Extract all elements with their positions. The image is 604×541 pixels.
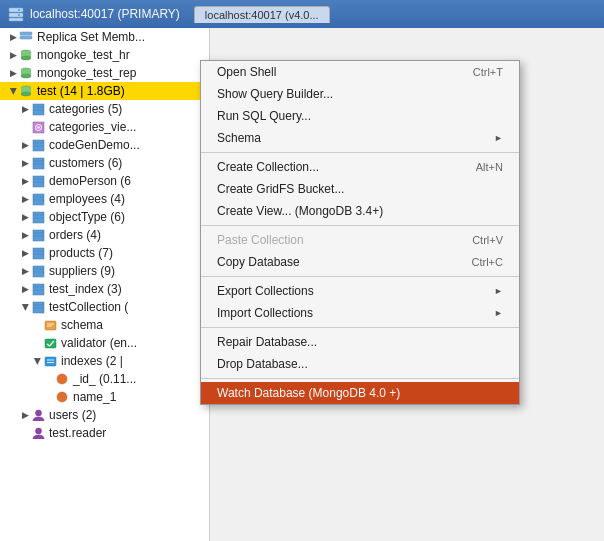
menu-item-show-query-builder[interactable]: Show Query Builder... bbox=[201, 83, 519, 105]
menu-item-export-collections[interactable]: Export Collections ► bbox=[201, 280, 519, 302]
menu-item-schema[interactable]: Schema ► bbox=[201, 127, 519, 149]
menu-item-create-view[interactable]: Create View... (MongoDB 3.4+) bbox=[201, 200, 519, 222]
expand-arrow-testCollection bbox=[20, 302, 30, 312]
mongoke-hr-label: mongoke_test_hr bbox=[37, 48, 130, 62]
svg-rect-37 bbox=[33, 230, 44, 241]
tree-item-objectType[interactable]: objectType (6) bbox=[0, 208, 209, 226]
svg-rect-49 bbox=[33, 302, 44, 313]
test-reader-label: test.reader bbox=[49, 426, 106, 440]
users-label: users (2) bbox=[49, 408, 96, 422]
menu-sep-2 bbox=[201, 225, 519, 226]
svg-rect-6 bbox=[20, 36, 32, 39]
create-collection-shortcut: Alt+N bbox=[476, 161, 503, 173]
collection-icon-customers bbox=[30, 155, 46, 171]
svg-rect-16 bbox=[33, 104, 44, 115]
menu-item-import-collections[interactable]: Import Collections ► bbox=[201, 302, 519, 324]
expand-arrow-test-index bbox=[20, 284, 30, 294]
tree-item-test[interactable]: test (14 | 1.8GB) bbox=[0, 82, 209, 100]
test-index-label: test_index (3) bbox=[49, 282, 122, 296]
schema-label: schema bbox=[61, 318, 103, 332]
mongoke-rep-label: mongoke_test_rep bbox=[37, 66, 136, 80]
tree-item-test-reader[interactable]: test.reader bbox=[0, 424, 209, 442]
tree-item-validator[interactable]: validator (en... bbox=[0, 334, 209, 352]
expand-arrow-suppliers bbox=[20, 266, 30, 276]
codegen-label: codeGenDemo... bbox=[49, 138, 140, 152]
import-submenu-arrow: ► bbox=[494, 308, 503, 318]
collection-icon-test-index bbox=[30, 281, 46, 297]
menu-item-create-collection[interactable]: Create Collection... Alt+N bbox=[201, 156, 519, 178]
collection-icon-objectType bbox=[30, 209, 46, 225]
schema-submenu-arrow: ► bbox=[494, 133, 503, 143]
tree-item-codeGenDemo[interactable]: codeGenDemo... bbox=[0, 136, 209, 154]
user-icon-reader bbox=[30, 425, 46, 441]
menu-item-watch-database[interactable]: Watch Database (MongoDB 4.0 +) bbox=[201, 382, 519, 404]
menu-item-repair-database[interactable]: Repair Database... bbox=[201, 331, 519, 353]
tree-item-indexes[interactable]: indexes (2 | bbox=[0, 352, 209, 370]
categories-view-label: categories_vie... bbox=[49, 120, 136, 134]
tree-item-categories[interactable]: categories (5) bbox=[0, 100, 209, 118]
tree-item-testCollection[interactable]: testCollection ( bbox=[0, 298, 209, 316]
svg-rect-40 bbox=[33, 248, 44, 259]
expand-arrow-replica bbox=[8, 32, 18, 42]
svg-point-61 bbox=[35, 410, 41, 416]
svg-point-62 bbox=[35, 428, 41, 434]
title-bar-text: localhost:40017 (PRIMARY) bbox=[30, 7, 180, 21]
expand-arrow-users bbox=[20, 410, 30, 420]
tree-item-categories-view[interactable]: categories_vie... bbox=[0, 118, 209, 136]
validator-label: validator (en... bbox=[61, 336, 137, 350]
tree-item-test-index[interactable]: test_index (3) bbox=[0, 280, 209, 298]
expand-arrow-test bbox=[8, 86, 18, 96]
indexes-icon bbox=[42, 353, 58, 369]
spacer-id bbox=[44, 374, 54, 384]
show-query-builder-label: Show Query Builder... bbox=[217, 87, 333, 101]
menu-item-drop-database[interactable]: Drop Database... bbox=[201, 353, 519, 375]
tree-item-id-index[interactable]: _id_ (0.11... bbox=[0, 370, 209, 388]
tree-item-mongoke-hr[interactable]: mongoke_test_hr bbox=[0, 46, 209, 64]
menu-item-create-gridfs[interactable]: Create GridFS Bucket... bbox=[201, 178, 519, 200]
expand-arrow-demoPerson bbox=[20, 176, 30, 186]
svg-rect-52 bbox=[45, 321, 56, 330]
tree-item-suppliers[interactable]: suppliers (9) bbox=[0, 262, 209, 280]
menu-item-paste-collection[interactable]: Paste Collection Ctrl+V bbox=[201, 229, 519, 251]
open-shell-label: Open Shell bbox=[217, 65, 276, 79]
products-label: products (7) bbox=[49, 246, 113, 260]
expand-arrow-products bbox=[20, 248, 30, 258]
tree-item-users[interactable]: users (2) bbox=[0, 406, 209, 424]
tree-item-demoPerson[interactable]: demoPerson (6 bbox=[0, 172, 209, 190]
svg-point-59 bbox=[57, 374, 67, 384]
tree-item-employees[interactable]: employees (4) bbox=[0, 190, 209, 208]
context-menu: Open Shell Ctrl+T Show Query Builder... … bbox=[200, 60, 520, 405]
menu-item-run-sql-query[interactable]: Run SQL Query... bbox=[201, 105, 519, 127]
menu-sep-4 bbox=[201, 327, 519, 328]
menu-item-copy-database[interactable]: Copy Database Ctrl+C bbox=[201, 251, 519, 273]
tree-item-name-index[interactable]: name_1 bbox=[0, 388, 209, 406]
demoPerson-label: demoPerson (6 bbox=[49, 174, 131, 188]
db-icon-mongoke-rep bbox=[18, 65, 34, 81]
spacer-name1 bbox=[44, 392, 54, 402]
title-tab[interactable]: localhost:40017 (v4.0... bbox=[194, 6, 330, 23]
collection-icon-codegen bbox=[30, 137, 46, 153]
paste-collection-label: Paste Collection bbox=[217, 233, 304, 247]
tree-item-schema[interactable]: schema bbox=[0, 316, 209, 334]
db-icon-test bbox=[18, 83, 34, 99]
menu-item-open-shell[interactable]: Open Shell Ctrl+T bbox=[201, 61, 519, 83]
tree-item-customers[interactable]: customers (6) bbox=[0, 154, 209, 172]
menu-sep-1 bbox=[201, 152, 519, 153]
expand-arrow-objectType bbox=[20, 212, 30, 222]
indexes-label: indexes (2 | bbox=[61, 354, 123, 368]
svg-point-60 bbox=[57, 392, 67, 402]
id-index-label: _id_ (0.11... bbox=[73, 372, 136, 386]
expand-arrow-codegen bbox=[20, 140, 30, 150]
expand-arrow-mongoke-rep bbox=[8, 68, 18, 78]
export-collections-label: Export Collections bbox=[217, 284, 314, 298]
expand-arrow-categories bbox=[20, 104, 30, 114]
collection-icon-suppliers bbox=[30, 263, 46, 279]
spacer-schema bbox=[32, 320, 42, 330]
replica-label: Replica Set Memb... bbox=[37, 30, 145, 44]
name1-index-label: name_1 bbox=[73, 390, 116, 404]
tree-item-orders[interactable]: orders (4) bbox=[0, 226, 209, 244]
tree-item-mongoke-rep[interactable]: mongoke_test_rep bbox=[0, 64, 209, 82]
tree-item-products[interactable]: products (7) bbox=[0, 244, 209, 262]
tree-item-replica[interactable]: Replica Set Memb... bbox=[0, 28, 209, 46]
export-submenu-arrow: ► bbox=[494, 286, 503, 296]
